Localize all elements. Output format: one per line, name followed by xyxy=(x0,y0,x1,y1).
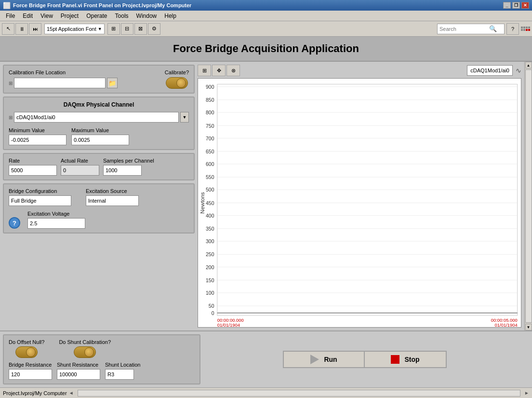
min-value-field[interactable] xyxy=(9,135,66,145)
chart-channel-display-group: cDAQ1Mod1/ai0 ∿ xyxy=(467,65,521,76)
waveform-icon-group: ∿ xyxy=(516,67,521,74)
scroll-down-btn[interactable]: ▼ xyxy=(525,324,532,330)
toggle-knob xyxy=(176,78,186,88)
main-content: Force Bridge Acquisition Application Cal… xyxy=(0,37,532,387)
restore-btn[interactable]: ❐ xyxy=(512,2,520,9)
bridge-res-item: Bridge Resistance xyxy=(9,362,52,380)
shunt-res-field[interactable] xyxy=(57,369,100,380)
help-context-btn[interactable]: ? xyxy=(506,23,519,35)
channel-dropdown-btn[interactable]: ▼ xyxy=(180,112,189,123)
max-value-field[interactable] xyxy=(71,135,129,145)
close-btn[interactable]: ✕ xyxy=(521,2,529,9)
resistance-row: Bridge Resistance Shunt Resistance Shunt… xyxy=(9,362,195,380)
search-input[interactable] xyxy=(439,26,488,32)
app-title: Force Bridge Acquisition Application xyxy=(6,42,526,55)
stop-button[interactable]: Stop xyxy=(365,351,447,368)
rate-label: Rate xyxy=(9,158,57,164)
tools-palette-btn[interactable]: ⚙ xyxy=(148,23,160,35)
actual-rate-value: 0 xyxy=(63,167,66,173)
exc-voltage-item: Excitation Voltage xyxy=(27,211,85,229)
rate-field[interactable] xyxy=(9,165,57,176)
font-selector[interactable]: 15pt Application Font ▼ xyxy=(44,24,105,34)
arrow-tool-btn[interactable]: ↖ xyxy=(2,23,14,35)
menu-window[interactable]: Window xyxy=(133,12,161,20)
window-title: Force Bridge Front Panel.vi Front Panel … xyxy=(13,2,191,8)
samples-input[interactable] xyxy=(106,167,139,173)
calibration-file-input[interactable] xyxy=(14,78,106,88)
rate-input[interactable] xyxy=(11,167,54,173)
offset-null-item: Do Offset Null? xyxy=(9,339,44,358)
stop-icon xyxy=(391,355,399,364)
exc-source-field[interactable]: Internal xyxy=(86,195,139,206)
run-button[interactable]: Run xyxy=(283,351,365,368)
samples-field[interactable] xyxy=(103,165,142,176)
shunt-loc-label: Shunt Location xyxy=(105,362,140,368)
samples-label: Samples per Channel xyxy=(103,158,154,164)
shunt-cal-toggle[interactable] xyxy=(74,346,96,358)
pause-btn[interactable]: ⏸ xyxy=(15,23,28,35)
offset-null-toggle[interactable] xyxy=(15,346,38,358)
channel-input[interactable]: cDAQ1Mod1/ai0 xyxy=(14,112,179,123)
distribute-btn[interactable]: ⊟ xyxy=(121,23,133,35)
status-arrow-right[interactable]: ► xyxy=(524,390,529,396)
chart-pan-btn[interactable]: ✥ xyxy=(212,65,226,76)
menu-help[interactable]: Help xyxy=(160,12,180,20)
align-btn[interactable]: ⊞ xyxy=(107,23,120,35)
channel-select-row: ⊞ cDAQ1Mod1/ai0 ▼ xyxy=(9,112,189,123)
shunt-loc-input[interactable] xyxy=(107,371,132,377)
calibrate-toggle[interactable] xyxy=(166,77,188,89)
right-scrollbar[interactable]: ▲ ▼ xyxy=(524,62,532,330)
chart-zoom-btn[interactable]: ⊞ xyxy=(198,65,211,76)
bridge-config-group: Bridge Configuration Full Bridge Excitat… xyxy=(3,183,195,233)
menu-view[interactable]: View xyxy=(37,12,57,20)
chart-cursor-btn[interactable]: ⊗ xyxy=(226,65,240,76)
resize-btn[interactable]: ⊠ xyxy=(134,23,147,35)
bottom-right: Run Stop xyxy=(200,334,529,384)
menu-tools[interactable]: Tools xyxy=(111,12,133,20)
menu-file[interactable]: File xyxy=(2,12,19,20)
daqmx-title: DAQmx Physical Channel xyxy=(9,101,189,108)
ni-logo xyxy=(521,27,530,31)
step-btn[interactable]: ⏭ xyxy=(29,23,41,35)
svg-text:550: 550 xyxy=(206,175,214,180)
exc-voltage-input[interactable] xyxy=(30,220,83,226)
status-bar: Project.lvproj/My Computer ◄ ► xyxy=(0,387,532,398)
channel-value: cDAQ1Mod1/ai0 xyxy=(16,114,55,120)
actual-rate-label: Actual Rate xyxy=(61,158,99,164)
shunt-loc-item: Shunt Location xyxy=(105,362,140,380)
stop-label: Stop xyxy=(404,356,419,363)
minimize-btn[interactable]: _ xyxy=(503,2,511,9)
offset-row: Do Offset Null? Do Shunt Calibration? xyxy=(9,339,195,358)
svg-text:700: 700 xyxy=(206,136,214,141)
svg-text:800: 800 xyxy=(206,110,214,115)
shunt-res-input[interactable] xyxy=(59,371,98,377)
bridge-res-field[interactable] xyxy=(9,369,52,380)
bridge-config-field[interactable]: Full Bridge xyxy=(9,195,71,206)
min-value-input[interactable] xyxy=(11,137,64,143)
search-box: 🔍 xyxy=(437,24,505,34)
chart-tools-left: ⊞ ✥ ⊗ xyxy=(198,65,240,76)
samples-group: Samples per Channel xyxy=(103,158,154,176)
svg-text:01/01/1904: 01/01/1904 xyxy=(217,322,240,327)
run-icon xyxy=(310,355,319,364)
bridge-res-input[interactable] xyxy=(11,371,50,377)
browse-folder-btn[interactable]: 📁 xyxy=(107,78,118,88)
menu-operate[interactable]: Operate xyxy=(82,12,111,20)
shunt-loc-field[interactable] xyxy=(105,369,134,380)
svg-rect-20 xyxy=(217,84,518,315)
exc-source-value: Internal xyxy=(88,198,106,204)
max-value-input[interactable] xyxy=(74,137,127,143)
scroll-up-btn[interactable]: ▲ xyxy=(525,62,532,69)
status-scrollbar[interactable] xyxy=(78,390,521,397)
actual-rate-field: 0 xyxy=(61,165,99,176)
help-icon-btn[interactable]: ? xyxy=(9,217,20,229)
bridge-config-row: Bridge Configuration Full Bridge Excitat… xyxy=(9,188,189,206)
daqmx-group: DAQmx Physical Channel ⊞ cDAQ1Mod1/ai0 ▼… xyxy=(3,96,195,150)
status-arrow-left[interactable]: ◄ xyxy=(69,390,74,396)
exc-voltage-field[interactable] xyxy=(27,218,85,229)
menu-project[interactable]: Project xyxy=(57,12,82,20)
svg-text:500: 500 xyxy=(206,187,214,192)
scroll-track[interactable] xyxy=(525,69,532,323)
left-panel: Calibration File Location ⊞ 📁 Calibrate? xyxy=(0,62,198,330)
menu-edit[interactable]: Edit xyxy=(19,12,37,20)
